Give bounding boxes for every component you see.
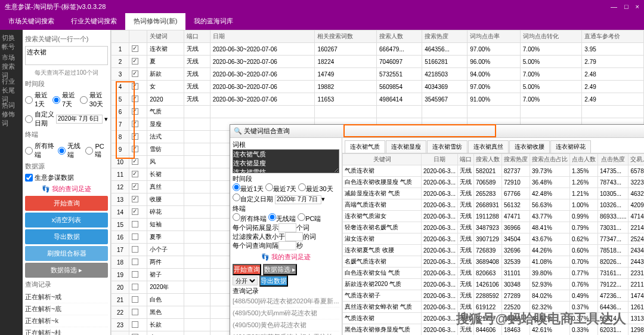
p-col-header[interactable]: 搜索热度: [501, 154, 530, 165]
row-checkbox[interactable]: [132, 321, 138, 328]
row-checkbox[interactable]: [132, 208, 138, 215]
p-col-header[interactable]: 交易人数: [628, 154, 644, 165]
p-table-row[interactable]: 连衣裙气质淑女2020-06-3...无线19112884747143.77%0…: [343, 211, 645, 222]
date-input[interactable]: [56, 115, 103, 124]
p-table-row[interactable]: 连衣裙夏气质 收腰2020-06-3...无线7268393269644.26%…: [343, 245, 645, 256]
p-table-row[interactable]: 高端气质连衣裙2020-06-3...无线26689315613256.63%1…: [343, 199, 645, 211]
col-header[interactable]: 直通车参考价: [582, 30, 644, 43]
row-checkbox[interactable]: [132, 309, 138, 315]
radio-1d[interactable]: [25, 96, 33, 104]
col-header[interactable]: 日期: [210, 30, 315, 43]
tab-2[interactable]: 连衣裙雪纺: [427, 140, 467, 153]
row-checkbox[interactable]: [132, 158, 138, 165]
col-header[interactable]: 搜索人数: [377, 30, 422, 43]
nav-mylib[interactable]: 我的蓝海词库: [185, 13, 242, 30]
p-radio-7d[interactable]: [265, 183, 273, 191]
rail-switch[interactable]: 切换帐号: [2, 32, 21, 51]
p-radio-pc[interactable]: [298, 213, 305, 221]
row-checkbox[interactable]: [132, 284, 138, 290]
col-header[interactable]: 端口: [184, 30, 210, 43]
p-table-row[interactable]: 真丝连衣裙女蝉衣裙 气质2020-06-3...无线6191222252062.…: [343, 302, 645, 313]
row-checkbox[interactable]: [132, 296, 138, 303]
row-checkbox[interactable]: [132, 96, 138, 102]
p-radio-30d[interactable]: [298, 183, 306, 191]
p-table-row[interactable]: 轻奢连衣裙名媛气质2020-06-3...无线34879233696648.41…: [343, 222, 645, 233]
table-row[interactable]: 52020无线2020-06-30~2020-07-06116534986414…: [112, 93, 644, 106]
row-checkbox[interactable]: [132, 133, 138, 140]
table-row[interactable]: 6气质: [112, 106, 644, 118]
p-col-header[interactable]: 点击热度: [597, 154, 628, 165]
row-checkbox[interactable]: [132, 171, 138, 177]
row-checkbox[interactable]: [132, 259, 138, 265]
row-checkbox[interactable]: [132, 271, 138, 278]
row-checkbox[interactable]: [132, 58, 138, 64]
row-checkbox[interactable]: [132, 121, 138, 127]
table-row[interactable]: 4女无线2020-06-30~2020-07-06198825609854403…: [112, 81, 644, 93]
p-col-header[interactable]: 点击人数: [569, 154, 597, 165]
p-table-row[interactable]: 名媛气质连衣裙2020-06-3...无线36894083253941.08%0…: [343, 256, 645, 268]
opt1-input[interactable]: [278, 223, 296, 232]
col-header[interactable]: [112, 30, 129, 43]
table-row[interactable]: 3新款无线2020-06-30~2020-07-0614749573255142…: [112, 68, 644, 81]
p-tracks[interactable]: 👣 我的查词足迹: [233, 253, 339, 262]
p-table-row[interactable]: 气质连衣裙2020-06-3...无线5820218273739.73%1.35…: [343, 165, 645, 177]
export-button[interactable]: 导出数据: [25, 229, 108, 244]
tab-0[interactable]: 连衣裙气质: [345, 140, 385, 153]
p-col-header[interactable]: 搜索点击占比: [530, 154, 569, 165]
close-button[interactable]: ×: [636, 3, 639, 10]
col-header[interactable]: [129, 30, 147, 43]
p-radio-all[interactable]: [233, 213, 240, 221]
radio-pc[interactable]: [85, 147, 93, 155]
col-header[interactable]: 词均点击率: [467, 30, 521, 43]
opt3-input[interactable]: [278, 241, 296, 250]
minimize-button[interactable]: —: [611, 3, 617, 10]
search-input[interactable]: 连衣裙: [25, 46, 108, 65]
radio-all[interactable]: [25, 147, 33, 155]
row-checkbox[interactable]: [132, 246, 138, 253]
tab-5[interactable]: 连衣裙碎花: [550, 140, 591, 153]
p-radio-1d[interactable]: [233, 183, 240, 191]
tab-1[interactable]: 连衣裙显瘦: [386, 140, 426, 153]
p-table-row[interactable]: 黑色连衣裙修身显瘦气质2020-06-3...无线8446061846342.6…: [343, 324, 645, 336]
col-header[interactable]: 词均点击转化: [520, 30, 582, 43]
nav-hotwords[interactable]: 热词修饰词(新): [125, 13, 185, 30]
p-table-row[interactable]: 气质连衣裙2020-06-3...无线9217371858849.67%0.37…: [343, 313, 645, 324]
row-checkbox[interactable]: [132, 146, 138, 152]
p-table-row[interactable]: 新款连衣裙2020 气质2020-06-3...无线14261063034852…: [343, 279, 645, 290]
rail-hot[interactable]: 热词修饰词: [2, 104, 21, 123]
p-table-row[interactable]: 白色连衣裙收腰显瘦 气质2020-06-3...无线7065897291036.…: [343, 177, 645, 188]
table-row[interactable]: 1连衣裙无线2020-06-30~2020-07-06160267666479.…: [112, 43, 644, 56]
row-checkbox[interactable]: [132, 45, 138, 52]
radio-30d[interactable]: [80, 96, 88, 104]
p-start[interactable]: 开始查询: [233, 264, 261, 275]
row-checkbox[interactable]: [132, 196, 138, 202]
rail-industry[interactable]: 行业长尾词: [2, 80, 21, 99]
row-checkbox[interactable]: [132, 70, 138, 77]
row-checkbox[interactable]: [132, 183, 138, 190]
clear-list-button[interactable]: x清空列表: [25, 213, 108, 228]
p-table-row[interactable]: 减龄显瘦连衣裙 气质2020-06-3...无线2652836776642.48…: [343, 188, 645, 199]
split-select[interactable]: 分开: [233, 276, 258, 285]
radio-custom[interactable]: [25, 115, 33, 123]
row-checkbox[interactable]: [132, 233, 138, 240]
p-col-header[interactable]: 搜索人数: [473, 154, 501, 165]
table-row[interactable]: 2夏无线2020-06-30~2020-07-06182247046097516…: [112, 56, 644, 68]
radio-wireless[interactable]: [58, 147, 66, 155]
tab-3[interactable]: 连衣裙真丝: [468, 140, 509, 153]
p-col-header[interactable]: 日期: [422, 154, 458, 165]
nav-market[interactable]: 市场关键词搜索: [0, 13, 63, 30]
row-checkbox[interactable]: [132, 221, 138, 228]
p-date[interactable]: [275, 195, 321, 204]
row-checkbox[interactable]: [132, 83, 138, 90]
p-table-row[interactable]: 淑女连衣裙2020-06-3...无线39071293450443.67%0.6…: [343, 233, 645, 245]
p-col-header[interactable]: 关键词: [343, 154, 422, 165]
p-radio-wl[interactable]: [268, 213, 276, 221]
tab-4[interactable]: 连衣裙收腰: [509, 140, 550, 153]
filter-button[interactable]: 数据筛选 ▸: [25, 263, 108, 278]
row-checkbox[interactable]: [132, 108, 138, 115]
opt2-input[interactable]: [285, 232, 303, 241]
col-header[interactable]: 搜索热度: [422, 30, 467, 43]
chk-source[interactable]: [25, 174, 33, 182]
root-input[interactable]: 连衣裙气质 连衣裙显瘦 连衣裙雪纺 连衣裙真丝 连衣裙收腰: [233, 149, 339, 173]
p-export[interactable]: 导出数据: [259, 275, 288, 287]
